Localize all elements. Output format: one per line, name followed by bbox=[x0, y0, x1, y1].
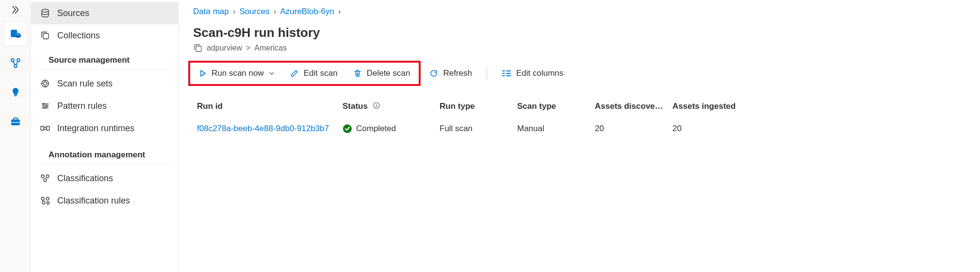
chevron-down-icon bbox=[269, 70, 275, 76]
col-run-id[interactable]: Run id bbox=[197, 102, 343, 111]
col-assets-ingested[interactable]: Assets ingested bbox=[672, 102, 750, 111]
sidebar-item-label: Classifications bbox=[57, 173, 113, 184]
col-assets-discovered[interactable]: Assets discove… bbox=[595, 102, 672, 111]
sidebar-section-source-management: Source management bbox=[40, 47, 169, 69]
rail-item-insight[interactable] bbox=[4, 51, 27, 75]
cell-scan-type: Manual bbox=[517, 124, 595, 134]
sidebar-item-label: Integration runtimes bbox=[57, 123, 134, 134]
cell-assets-discovered: 20 bbox=[595, 124, 672, 134]
svg-rect-19 bbox=[47, 126, 49, 130]
sidebar-item-pattern-rules[interactable]: Pattern rules bbox=[31, 95, 178, 117]
columns-icon bbox=[502, 69, 511, 77]
collection-path: adpurview > Americas bbox=[193, 43, 965, 53]
cell-status: Completed bbox=[343, 124, 440, 134]
success-icon bbox=[343, 124, 352, 134]
sidebar-item-label: Scan rule sets bbox=[57, 79, 113, 89]
svg-rect-27 bbox=[196, 46, 201, 51]
button-label: Edit columns bbox=[516, 68, 563, 78]
svg-point-5 bbox=[17, 59, 20, 62]
col-run-type[interactable]: Run type bbox=[440, 102, 517, 111]
sidebar: Sources Collections Source management Sc… bbox=[31, 0, 179, 272]
svg-point-23 bbox=[41, 197, 44, 200]
button-label: Delete scan bbox=[367, 68, 410, 78]
svg-point-13 bbox=[42, 80, 49, 87]
col-scan-type[interactable]: Scan type bbox=[517, 102, 595, 111]
svg-rect-10 bbox=[11, 122, 20, 123]
rail-item-toolbox[interactable] bbox=[4, 110, 27, 133]
sidebar-section-annotation-management: Annotation management bbox=[40, 141, 169, 164]
col-status[interactable]: Status bbox=[343, 102, 440, 111]
svg-point-31 bbox=[343, 124, 352, 133]
data-map-icon bbox=[9, 28, 22, 40]
svg-point-14 bbox=[44, 82, 47, 85]
svg-point-21 bbox=[46, 175, 49, 178]
toolbar-rest: Refresh Edit columns bbox=[426, 67, 566, 80]
svg-point-15 bbox=[43, 103, 44, 104]
breadcrumb-link[interactable]: Data map bbox=[193, 7, 229, 17]
page-title: Scan-c9H run history bbox=[193, 25, 965, 40]
edit-columns-button[interactable]: Edit columns bbox=[499, 67, 566, 80]
button-label: Run scan now bbox=[212, 68, 264, 78]
run-history-table: Run id Status Run type Scan type Assets … bbox=[179, 86, 980, 140]
edit-scan-button[interactable]: Edit scan bbox=[287, 67, 341, 80]
svg-point-4 bbox=[11, 59, 14, 62]
cell-assets-ingested: 20 bbox=[672, 124, 750, 134]
toolbar: Run scan now Edit scan Delete scan bbox=[179, 61, 980, 86]
cell-run-type: Full scan bbox=[440, 124, 517, 134]
collapse-nav-button[interactable] bbox=[0, 0, 31, 19]
path-leaf: Americas bbox=[254, 44, 287, 52]
svg-point-6 bbox=[14, 65, 17, 68]
svg-point-25 bbox=[42, 201, 45, 204]
breadcrumb-link[interactable]: AzureBlob-6yn bbox=[280, 7, 334, 17]
classifications-icon bbox=[40, 173, 50, 184]
svg-point-29 bbox=[376, 104, 377, 105]
collection-icon bbox=[193, 43, 203, 53]
classification-rules-icon bbox=[40, 195, 50, 206]
toolbox-icon bbox=[9, 116, 22, 127]
sidebar-item-scan-rule-sets[interactable]: Scan rule sets bbox=[31, 72, 178, 95]
info-icon[interactable] bbox=[373, 102, 380, 109]
copy-icon bbox=[40, 30, 50, 41]
sidebar-item-integration-runtimes[interactable]: Integration runtimes bbox=[31, 117, 178, 139]
svg-rect-9 bbox=[14, 118, 17, 120]
table-body: f08c278a-beeb-4e88-9db0-912b3b7 Complete… bbox=[193, 117, 965, 140]
svg-rect-30 bbox=[376, 105, 376, 107]
pencil-icon bbox=[290, 69, 299, 78]
svg-point-24 bbox=[46, 197, 49, 200]
sidebar-item-classifications[interactable]: Classifications bbox=[31, 167, 178, 189]
button-label: Refresh bbox=[443, 68, 472, 78]
svg-point-3 bbox=[16, 33, 21, 36]
integration-icon bbox=[40, 123, 50, 134]
breadcrumb-link[interactable]: Sources bbox=[239, 7, 269, 17]
chevron-right-icon: › bbox=[274, 7, 277, 17]
svg-rect-7 bbox=[14, 95, 17, 96]
rail-item-ideas[interactable] bbox=[4, 81, 27, 104]
main-content: Data map › Sources › AzureBlob-6yn › Sca… bbox=[179, 0, 980, 272]
branch-icon bbox=[10, 57, 21, 69]
play-icon bbox=[199, 69, 207, 77]
delete-scan-button[interactable]: Delete scan bbox=[350, 67, 413, 80]
svg-point-16 bbox=[46, 105, 47, 106]
sidebar-item-collections[interactable]: Collections bbox=[31, 24, 178, 47]
sidebar-item-label: Collections bbox=[57, 31, 100, 41]
refresh-button[interactable]: Refresh bbox=[426, 67, 475, 80]
chevron-right-icon: › bbox=[233, 7, 236, 17]
sliders-icon bbox=[40, 101, 50, 111]
breadcrumb: Data map › Sources › AzureBlob-6yn › bbox=[179, 5, 980, 21]
sidebar-item-classification-rules[interactable]: Classification rules bbox=[31, 189, 178, 212]
run-id-link[interactable]: f08c278a-beeb-4e88-9db0-912b3b7 bbox=[197, 124, 329, 133]
run-scan-now-button[interactable]: Run scan now bbox=[196, 67, 278, 80]
svg-point-11 bbox=[42, 9, 49, 12]
table-header: Run id Status Run type Scan type Assets … bbox=[193, 96, 965, 117]
status-text: Completed bbox=[356, 124, 396, 134]
svg-rect-18 bbox=[41, 126, 44, 130]
sidebar-item-label: Pattern rules bbox=[57, 101, 107, 111]
lightbulb-icon bbox=[10, 86, 21, 98]
rail-item-data-map[interactable] bbox=[4, 22, 27, 46]
chevron-right-icon: › bbox=[338, 7, 341, 17]
refresh-icon bbox=[429, 69, 438, 78]
button-label: Edit scan bbox=[304, 68, 338, 78]
sidebar-item-sources[interactable]: Sources bbox=[31, 2, 178, 24]
cell-run-id: f08c278a-beeb-4e88-9db0-912b3b7 bbox=[197, 124, 343, 134]
icon-rail bbox=[0, 0, 31, 272]
